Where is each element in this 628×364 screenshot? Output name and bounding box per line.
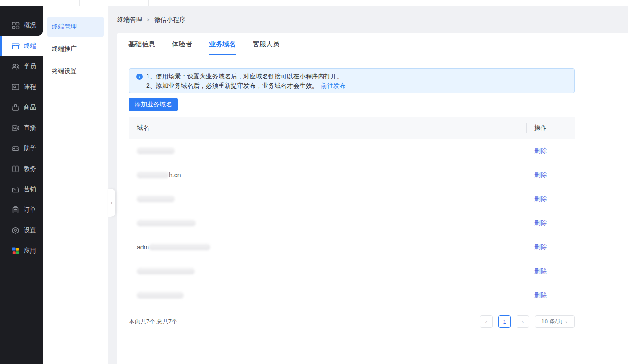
alert-line-2: 2、添加业务域名后，必须重新提审发布，业务域名才会生效。 <box>146 82 318 89</box>
delete-link[interactable]: 删除 <box>534 195 547 202</box>
chevron-left-icon: ‹ <box>111 200 113 206</box>
delete-link[interactable]: 删除 <box>534 171 547 178</box>
info-icon: i <box>136 74 143 80</box>
top-strip-separator <box>625 0 625 6</box>
sidebar-item-商品[interactable]: 商品 <box>0 97 43 118</box>
redacted-domain <box>137 196 175 202</box>
domain-cell <box>129 292 526 299</box>
table-body: 删除h.cn删除删除删除adm删除删除删除 <box>129 139 575 307</box>
redacted-domain <box>137 220 196 226</box>
domain-cell <box>129 196 526 202</box>
pagination: ‹ 1 › 10 条/页 ∨ <box>480 315 575 328</box>
sidebar-item-label: 应用 <box>24 247 36 255</box>
delete-link[interactable]: 删除 <box>534 267 547 274</box>
gear-icon <box>11 226 20 235</box>
sidebar-spacer <box>0 6 43 15</box>
breadcrumb-separator: > <box>147 17 150 23</box>
table-row: 删除 <box>129 211 575 235</box>
domain-text: h.cn <box>169 172 181 179</box>
sidebar-item-label: 学员 <box>24 62 36 70</box>
sidebar-item-label: 课程 <box>24 83 36 91</box>
bag-icon <box>11 103 20 112</box>
subnav-item-终端推广[interactable]: 终端推广 <box>47 39 104 59</box>
tab-客服人员[interactable]: 客服人员 <box>253 33 279 55</box>
gamepad-icon <box>11 144 20 153</box>
sidebar-item-label: 营销 <box>24 185 36 193</box>
column-header-action: 操作 <box>526 124 575 132</box>
books-icon <box>11 164 20 173</box>
breadcrumb-item-wechat-miniprogram: 微信小程序 <box>154 16 185 24</box>
secondary-sidebar: 终端管理终端推广终端设置 <box>43 6 108 364</box>
table-row: 删除 <box>129 259 575 283</box>
table-row: h.cn删除 <box>129 163 575 187</box>
action-cell: 删除 <box>526 219 575 227</box>
top-strip-separator <box>79 0 80 6</box>
tab-业务域名[interactable]: 业务域名 <box>209 33 236 55</box>
chevron-down-icon: ∨ <box>565 320 568 324</box>
redacted-domain <box>137 172 169 178</box>
sidebar-item-课程[interactable]: 课程 <box>0 77 43 97</box>
column-header-domain: 域名 <box>129 124 526 132</box>
sidebar-item-教务[interactable]: 教务 <box>0 159 43 179</box>
action-cell: 删除 <box>526 243 575 251</box>
page-1-button[interactable]: 1 <box>498 315 511 328</box>
domain-cell: h.cn <box>129 172 526 179</box>
subnav-item-终端管理[interactable]: 终端管理 <box>47 17 104 37</box>
domain-cell <box>129 220 526 226</box>
record-count-summary: 本页共7个 总共7个 <box>129 318 177 326</box>
sidebar-item-label: 概况 <box>24 21 36 29</box>
go-publish-link[interactable]: 前往发布 <box>321 82 346 89</box>
action-cell: 删除 <box>526 291 575 299</box>
add-domain-button[interactable]: 添加业务域名 <box>129 98 178 111</box>
domain-cell <box>129 147 526 154</box>
page-size-value: 10 条/页 <box>541 318 562 326</box>
sidebar-item-设置[interactable]: 设置 <box>0 220 43 241</box>
sidebar-item-label: 设置 <box>24 226 36 234</box>
domain-cell <box>129 268 526 274</box>
sidebar-item-应用[interactable]: 应用 <box>0 241 43 261</box>
marketing-icon <box>11 185 20 194</box>
apps-color-icon <box>11 246 20 255</box>
domain-table: 域名 操作 删除h.cn删除删除删除adm删除删除删除 <box>129 117 575 307</box>
sidebar-item-终端[interactable]: 终端 <box>0 36 43 56</box>
action-cell: 删除 <box>526 147 575 155</box>
table-row: adm删除 <box>129 235 575 259</box>
sidebar-item-概况[interactable]: 概况 <box>0 15 43 36</box>
delete-link[interactable]: 删除 <box>534 219 547 226</box>
sidebar-item-label: 教务 <box>24 165 36 173</box>
redacted-domain <box>137 268 195 274</box>
sidebar-item-营销[interactable]: 营销 <box>0 179 43 200</box>
course-icon <box>11 82 20 91</box>
tab-bar: 基础信息体验者业务域名客服人员 <box>117 33 628 55</box>
prev-page-button[interactable]: ‹ <box>480 315 493 328</box>
sidebar-item-label: 终端 <box>24 42 36 50</box>
domain-cell: adm <box>129 244 526 251</box>
redacted-domain <box>137 147 175 154</box>
action-cell: 删除 <box>526 195 575 203</box>
sidebar-item-学员[interactable]: 学员 <box>0 56 43 77</box>
table-row: 删除 <box>129 283 575 307</box>
grid-icon <box>11 21 20 30</box>
table-footer: 本页共7个 总共7个 ‹ 1 › 10 条/页 ∨ <box>129 315 575 328</box>
subnav-item-终端设置[interactable]: 终端设置 <box>47 61 104 81</box>
table-header: 域名 操作 <box>129 117 575 139</box>
sidebar-item-订单[interactable]: 订单 <box>0 200 43 220</box>
redacted-domain <box>137 292 184 299</box>
delete-link[interactable]: 删除 <box>534 243 547 250</box>
action-cell: 删除 <box>526 171 575 179</box>
delete-link[interactable]: 删除 <box>534 147 547 154</box>
breadcrumb-item-terminal-management[interactable]: 终端管理 <box>117 16 142 24</box>
tab-体验者[interactable]: 体验者 <box>172 33 192 55</box>
table-row: 删除 <box>129 187 575 211</box>
live-video-icon <box>11 123 20 132</box>
tab-基础信息[interactable]: 基础信息 <box>128 33 155 55</box>
page-size-select[interactable]: 10 条/页 ∨ <box>535 315 575 328</box>
delete-link[interactable]: 删除 <box>534 291 547 299</box>
sidebar-collapse-handle[interactable]: ‹ <box>108 189 115 217</box>
redacted-domain <box>149 244 210 250</box>
sidebar-item-直播[interactable]: 直播 <box>0 118 43 138</box>
sidebar-item-助学[interactable]: 助学 <box>0 138 43 159</box>
table-row: 删除 <box>129 139 575 163</box>
alert-line-1: 1、使用场景：设置为业务域名后，对应域名链接可以在小程序内打开。 <box>146 72 346 81</box>
next-page-button[interactable]: › <box>517 315 529 328</box>
